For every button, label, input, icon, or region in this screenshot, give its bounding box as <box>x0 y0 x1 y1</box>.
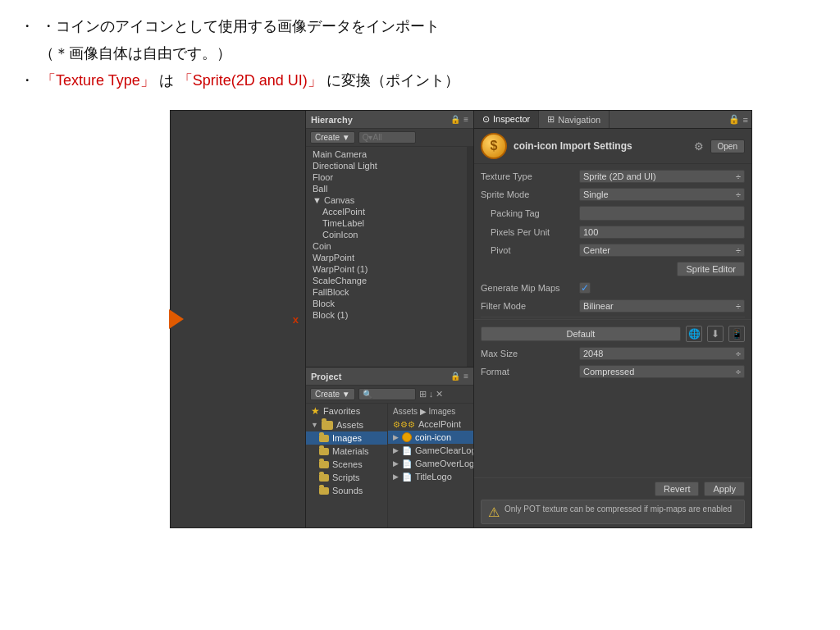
view-icons[interactable]: ⊞ ↓ ✕ <box>419 389 444 399</box>
scripts-folder-icon <box>319 474 329 482</box>
hierarchy-item-block1[interactable]: Block (1) <box>306 309 467 321</box>
hierarchy-item-block[interactable]: Block <box>306 298 467 309</box>
format-value: Compressed ÷ <box>579 365 745 378</box>
hierarchy-item-directional-light[interactable]: Directional Light <box>306 160 467 171</box>
divider <box>481 317 745 317</box>
field-generate-mip-maps: Generate Mip Maps ✓ <box>474 279 751 297</box>
lock-icon[interactable]: 🔒 <box>728 114 740 125</box>
hierarchy-create-button[interactable]: Create ▼ <box>310 131 355 144</box>
triangle-right-icon: ▶ <box>393 472 399 481</box>
default-platform-button[interactable]: Default <box>481 326 681 341</box>
warning-icon: ⚠ <box>488 504 500 520</box>
generate-mip-maps-checkbox[interactable]: ✓ <box>579 282 591 294</box>
sprite-editor-button[interactable]: Sprite Editor <box>677 262 745 276</box>
project-images[interactable]: Images <box>306 431 387 445</box>
hierarchy-item-scalechange[interactable]: ScaleChange <box>306 275 467 286</box>
project-file-titlelogo[interactable]: ▶ 📄 TitleLogo <box>388 470 473 483</box>
hierarchy-item-fallblock[interactable]: FallBlock <box>306 286 467 298</box>
field-filter-mode: Filter Mode Bilinear ÷ <box>474 297 751 315</box>
breadcrumb-text: Assets ▶ Images <box>393 407 455 416</box>
red-text-1: 「Texture Type」 <box>41 72 155 89</box>
tab-navigation[interactable]: ⊞ Navigation <box>539 111 609 128</box>
hierarchy-item-floor[interactable]: Floor <box>306 171 467 183</box>
hierarchy-search-input[interactable] <box>358 131 416 144</box>
sprite-mode-value: Single ÷ <box>579 188 745 201</box>
materials-folder-icon <box>319 448 329 455</box>
nav-tab-label: Navigation <box>558 115 600 125</box>
bullet-1: ・ <box>20 15 34 39</box>
project-search-input[interactable] <box>358 388 416 400</box>
format-select[interactable]: Compressed ÷ <box>579 365 745 378</box>
middle-panel: Hierarchy 🔒 ≡ Create ▼ Main Camera Direc… <box>306 111 474 527</box>
hierarchy-item-ball[interactable]: Ball <box>306 183 467 194</box>
project-scripts[interactable]: Scripts <box>306 471 387 484</box>
lock-icon[interactable]: 🔒 <box>450 115 460 124</box>
open-button[interactable]: Open <box>710 139 745 153</box>
project-assets[interactable]: ▼ Assets <box>306 418 387 431</box>
apply-button[interactable]: Apply <box>704 482 745 496</box>
image-file-icon: 📄 <box>402 459 412 468</box>
images-folder-icon <box>319 435 329 442</box>
chevron-down-icon: ÷ <box>736 367 741 377</box>
unity-editor: x Hierarchy 🔒 ≡ Create ▼ Main Camera Dir… <box>170 110 752 528</box>
field-texture-type: Texture Type Sprite (2D and UI) ÷ <box>474 167 751 185</box>
pivot-select[interactable]: Center ÷ <box>579 244 745 257</box>
project-file-gameoverlogo[interactable]: ▶ 📄 GameOverLogo <box>388 457 473 470</box>
project-file-coin-icon[interactable]: ▶ coin-icon <box>388 431 473 444</box>
settings-icon[interactable]: ⚙ <box>694 140 704 153</box>
hierarchy-item-accelpoint[interactable]: AccelPoint <box>306 206 467 217</box>
generate-mip-maps-value: ✓ <box>579 282 745 294</box>
filter-mode-select[interactable]: Bilinear ÷ <box>579 299 745 313</box>
hierarchy-item-coin[interactable]: Coin <box>306 240 467 252</box>
platform-header: Default 🌐 ⬇ 📱 <box>474 323 751 345</box>
web-platform-icon[interactable]: 🌐 <box>686 326 702 342</box>
menu-icon[interactable]: ≡ <box>743 115 748 125</box>
project-favorites[interactable]: ★ Favorites <box>306 404 387 418</box>
hierarchy-header: Hierarchy 🔒 ≡ <box>306 111 473 129</box>
hierarchy-item-coinicon[interactable]: CoinIcon <box>306 229 467 240</box>
menu-icon[interactable]: ≡ <box>463 115 468 124</box>
project-file-gameclearlogo[interactable]: ▶ 📄 GameClearLogo <box>388 444 473 457</box>
texture-type-select[interactable]: Sprite (2D and UI) ÷ <box>579 170 745 183</box>
field-pixels-per-unit: Pixels Per Unit <box>474 223 751 241</box>
project-materials[interactable]: Materials <box>306 445 387 458</box>
pixels-per-unit-label: Pixels Per Unit <box>481 227 579 237</box>
coin-icon <box>402 432 412 442</box>
hierarchy-item-main-camera[interactable]: Main Camera <box>306 148 467 160</box>
close-icon[interactable]: x <box>293 313 299 326</box>
hierarchy-list: Main Camera Directional Light Floor Ball… <box>306 147 467 367</box>
max-size-value: 2048 ÷ <box>579 347 745 360</box>
hierarchy-item-warppoint[interactable]: WarpPoint <box>306 252 467 263</box>
mobile-platform-icon[interactable]: 📱 <box>728 326 745 342</box>
tab-inspector[interactable]: ⊙ Inspector <box>474 111 539 128</box>
hierarchy-header-icons: 🔒 ≡ <box>450 115 468 124</box>
pixels-per-unit-input[interactable] <box>579 226 745 239</box>
project-create-button[interactable]: Create ▼ <box>310 388 355 400</box>
project-sounds[interactable]: Sounds <box>306 484 387 497</box>
file-group-icon: ⚙⚙⚙ <box>393 420 415 429</box>
hierarchy-item-canvas[interactable]: ▼ Canvas <box>306 194 467 206</box>
revert-button[interactable]: Revert <box>655 482 699 496</box>
inspector-tab-label: Inspector <box>493 114 530 124</box>
generate-mip-maps-label: Generate Mip Maps <box>481 283 579 293</box>
project-file-accelpoint[interactable]: ⚙⚙⚙ AccelPoint <box>388 418 473 431</box>
project-scenes[interactable]: Scenes <box>306 458 387 471</box>
sounds-folder-icon <box>319 487 329 495</box>
hierarchy-title: Hierarchy <box>311 115 353 125</box>
hierarchy-item-timelabel[interactable]: TimeLabel <box>306 217 467 229</box>
scene-arrow-icon <box>169 309 184 329</box>
lock-icon[interactable]: 🔒 <box>450 372 460 381</box>
inspector-tabs: ⊙ Inspector ⊞ Navigation 🔒 ≡ <box>474 111 751 129</box>
hierarchy-item-warppoint1[interactable]: WarpPoint (1) <box>306 263 467 275</box>
hierarchy-scrollbar[interactable] <box>467 147 473 367</box>
download-platform-icon[interactable]: ⬇ <box>707 326 724 342</box>
inspector-action-buttons: Revert Apply <box>481 482 745 496</box>
packing-tag-input[interactable] <box>579 206 745 221</box>
inspector-title-bar: $ coin-icon Import Settings ⚙ Open <box>474 129 751 164</box>
menu-icon[interactable]: ≡ <box>463 372 468 381</box>
scenes-folder-icon <box>319 461 329 468</box>
max-size-select[interactable]: 2048 ÷ <box>579 347 745 360</box>
hierarchy-panel: Hierarchy 🔒 ≡ Create ▼ Main Camera Direc… <box>306 111 473 368</box>
sprite-mode-select[interactable]: Single ÷ <box>579 188 745 201</box>
hierarchy-toolbar: Create ▼ <box>306 129 473 147</box>
